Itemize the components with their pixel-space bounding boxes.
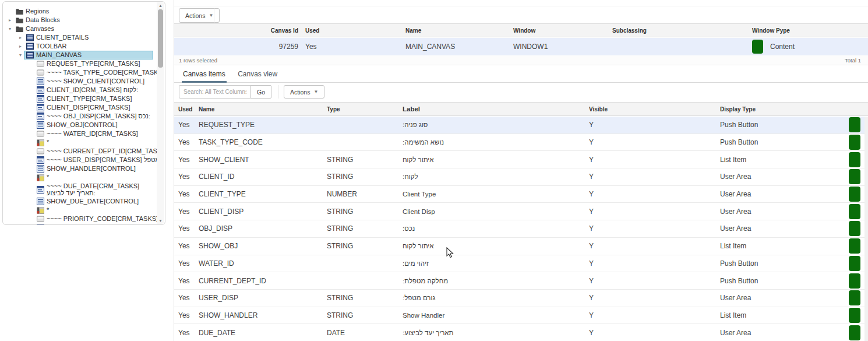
col-name[interactable]: Name <box>199 106 327 113</box>
tree-item-content[interactable]: Data Blocks <box>13 16 62 24</box>
tree-item[interactable]: ~~~~ CURRENT_DEPT_ID[CRM_TASKS] <box>3 147 157 156</box>
tree-item[interactable]: SHOW_DUE_DATE[CONTROL] <box>3 197 157 206</box>
tree-item-content[interactable]: SHOW_OBJ[CONTROL] <box>34 121 120 129</box>
tree-item[interactable]: SHOW_OBJ[CONTROL] <box>3 121 157 129</box>
items-table-scrollbar[interactable] <box>865 117 868 341</box>
col-window-pype[interactable]: Window Pype <box>752 27 868 34</box>
status-badge <box>849 273 860 289</box>
col-name[interactable]: Name <box>405 27 513 34</box>
tree-scrollbar-thumb[interactable] <box>158 9 163 68</box>
tree-item-content[interactable]: Regions <box>13 7 51 16</box>
tree-item[interactable]: ▾MAIN_CANVAS <box>3 51 157 59</box>
tree-item-content[interactable]: CLIENT_TYPE[CRM_TASKS] <box>34 94 135 103</box>
tab-canvas-items[interactable]: Canvas items <box>182 68 227 83</box>
tree-item[interactable]: ~~~~ PRIORITY_CODE[CRM_TASKS] <box>3 215 157 223</box>
table-row[interactable]: YesCLIENT_IDSTRINGלקוח:YUser Area <box>174 168 868 186</box>
col-subclassing[interactable]: Subclassing <box>612 27 752 34</box>
tree-item-content[interactable]: * <box>34 206 51 215</box>
tree-item[interactable]: ▸CLIENT_DETAILS <box>3 33 157 42</box>
scroll-down-icon[interactable]: ▼ <box>157 217 164 224</box>
tree-item-content[interactable]: ~~~~ OBJ_DISP[CRM_TASKS] נכס: <box>34 112 153 121</box>
tree-item[interactable]: * <box>3 173 157 182</box>
tree-item-content[interactable]: ~~~~ PRIORITY_CODE[CRM_TASKS] <box>34 215 157 223</box>
table-row[interactable]: YesSHOW_HANDLERSTRINGShow HandlerYList I… <box>174 307 868 325</box>
table-row[interactable]: YesSHOW_CLIENTSTRINGאיתור לקוחYList Item <box>174 151 868 168</box>
col-window[interactable]: Window <box>513 27 612 34</box>
tree-item-content[interactable]: * <box>34 223 51 224</box>
tree-item-content[interactable]: ~~~~ WATER_ID[CRM_TASKS] <box>34 129 140 138</box>
tree-item-content[interactable]: SHOW_DUE_DATE[CONTROL] <box>34 197 141 206</box>
tree-item-content[interactable]: ~~~~ SHOW_CLIENT[CONTROL] <box>34 77 147 86</box>
actions-button-label: Actions <box>185 12 205 19</box>
table-row[interactable]: YesSHOW_OBJSTRINGאיתור לקוחYList Item <box>174 238 868 255</box>
tree-item[interactable]: CLIENT_DISP[CRM_TASKS] <box>3 103 157 112</box>
tree-item-content[interactable]: ~~~~ DUE_DATE[CRM_TASKS] תאריך יעד לביצו… <box>34 182 157 197</box>
col-visible[interactable]: Visible <box>589 106 720 113</box>
cell-display-type: User Area <box>720 294 849 302</box>
table-row[interactable]: YesUSER_DISPSTRINGגורם מטפל:YUser Area <box>174 290 868 307</box>
cell-type: STRING <box>327 208 403 216</box>
table-row[interactable]: YesCLIENT_DISPSTRINGClient DispYUser Are… <box>174 203 868 220</box>
tree-item[interactable]: REQUEST_TYPE[CRM_TASKS] <box>3 59 157 68</box>
table-row[interactable]: YesCLIENT_TYPENUMBERClient TypeYUser Are… <box>174 186 868 203</box>
tree-item-content[interactable]: SHOW_HANDLER[CONTROL] <box>34 164 138 173</box>
canvas-table-row[interactable]: 97259 Yes MAIN_CANVAS WINDOW1 Content <box>174 38 868 55</box>
table-row[interactable]: YesREQUEST_TYPEסוג פניה:YPush Button <box>174 117 868 134</box>
cell-visible: Y <box>589 277 720 285</box>
tree-item-content[interactable]: CLIENT_DISP[CRM_TASKS] <box>34 103 132 112</box>
table-row[interactable]: YesTASK_TYPE_CODEנושא המשימה:YPush Butto… <box>174 134 868 152</box>
tree-item[interactable]: ~~~~ TASK_TYPE_CODE[CRM_TASKS] <box>3 68 157 77</box>
text-item-icon <box>37 86 44 94</box>
tree-item[interactable]: ▸TOOLBAR <box>3 42 157 51</box>
tree-item[interactable]: CLIENT_TYPE[CRM_TASKS] <box>3 94 157 103</box>
items-actions-button[interactable]: Actions ▼ <box>284 85 324 99</box>
tree-item[interactable]: Regions <box>3 7 157 16</box>
col-canvas-id[interactable]: Canvas Id <box>174 27 299 34</box>
tree-item-content[interactable]: ~~~~ USER_DISP[CRM_TASKS] גורם מטפל: <box>34 156 157 164</box>
tree-item[interactable]: * <box>3 206 157 215</box>
tree-item[interactable]: ~~~~ OBJ_DISP[CRM_TASKS] נכס: <box>3 112 157 121</box>
items-actions-label: Actions <box>290 89 310 96</box>
table-row[interactable]: YesWATER_IDזיהוי מים:YPush Button <box>174 255 868 273</box>
search-input[interactable] <box>179 85 251 99</box>
tree-item[interactable]: * <box>3 223 157 224</box>
tree-item[interactable]: SHOW_HANDLER[CONTROL] <box>3 164 157 173</box>
tree-item[interactable]: ~~~~ USER_DISP[CRM_TASKS] גורם מטפל: <box>3 156 157 164</box>
tree-item-content[interactable]: CLIENT_ID[CRM_TASKS] לקוח: <box>34 86 140 94</box>
tree-item[interactable]: ▾Canvases <box>3 24 157 33</box>
tree-item-content[interactable]: * <box>34 138 51 147</box>
tree-item[interactable]: * <box>3 138 157 147</box>
chevron-right-icon[interactable]: ▸ <box>17 44 24 49</box>
tree-item-content[interactable]: CLIENT_DETAILS <box>24 33 91 42</box>
chevron-right-icon[interactable]: ▸ <box>6 17 13 23</box>
folder-icon <box>16 16 23 24</box>
tree-item-selected[interactable]: MAIN_CANVAS <box>24 51 153 59</box>
chevron-down-icon[interactable]: ▾ <box>17 52 24 58</box>
tab-canvas-view[interactable]: Canvas view <box>237 68 278 83</box>
tree-item[interactable]: ~~~~ DUE_DATE[CRM_TASKS] תאריך יעד לביצו… <box>3 182 157 197</box>
col-label[interactable]: Label <box>403 106 589 113</box>
scroll-up-icon[interactable]: ▲ <box>157 2 164 9</box>
table-row[interactable]: YesDUE_DATEDATEתאריך יעד לביצוע:YUser Ar… <box>174 324 868 341</box>
col-display-type[interactable]: Display Type <box>720 106 849 113</box>
go-button[interactable]: Go <box>250 85 271 99</box>
tree-item-content[interactable]: ~~~~ TASK_TYPE_CODE[CRM_TASKS] <box>34 68 157 77</box>
table-row[interactable]: YesOBJ_DISPSTRINGנכס:YUser Area <box>174 220 868 238</box>
col-type[interactable]: Type <box>327 106 403 113</box>
tree-item[interactable]: ~~~~ WATER_ID[CRM_TASKS] <box>3 129 157 138</box>
tree-item-content[interactable]: * <box>34 173 51 182</box>
tree-item-content[interactable]: TOOLBAR <box>24 42 69 51</box>
tree-item-content[interactable]: REQUEST_TYPE[CRM_TASKS] <box>34 59 143 68</box>
tree-item[interactable]: ▸Data Blocks <box>3 16 157 24</box>
chevron-down-icon[interactable]: ▾ <box>6 26 13 31</box>
tree-item[interactable]: CLIENT_ID[CRM_TASKS] לקוח: <box>3 86 157 94</box>
tree-scrollbar[interactable]: ▲ ▼ <box>157 2 164 224</box>
cell-type: DATE <box>327 329 403 337</box>
col-used[interactable]: Used <box>178 106 199 113</box>
table-row[interactable]: YesCURRENT_DEPT_IDמחלקה מטפלת:YPush Butt… <box>174 272 868 290</box>
col-used[interactable]: Used <box>299 27 405 34</box>
tree-item-content[interactable]: ~~~~ CURRENT_DEPT_ID[CRM_TASKS] <box>34 147 157 156</box>
chevron-right-icon[interactable]: ▸ <box>17 35 24 40</box>
tree-item[interactable]: ~~~~ SHOW_CLIENT[CONTROL] <box>3 77 157 86</box>
tree-item-content[interactable]: Canvases <box>13 24 57 33</box>
